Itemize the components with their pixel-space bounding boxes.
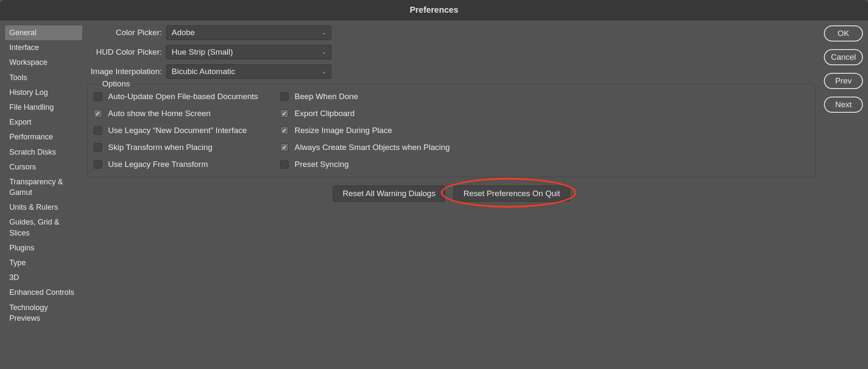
- label-hud-color-picker: HUD Color Picker:: [87, 47, 162, 57]
- checkbox-smart-objects[interactable]: Always Create Smart Objects when Placing: [280, 143, 809, 152]
- checkbox-grid: Auto-Update Open File-based Documents Be…: [94, 92, 809, 169]
- sidebar-item-performance[interactable]: Performance: [5, 130, 82, 144]
- sidebar-item-technology-previews[interactable]: Technology Previews: [5, 300, 82, 326]
- sidebar-item-transparency-gamut[interactable]: Transparency & Gamut: [5, 175, 82, 200]
- cancel-button[interactable]: Cancel: [824, 49, 863, 65]
- checkbox-icon: [94, 126, 102, 135]
- checkbox-icon: [280, 92, 289, 101]
- sidebar-item-guides-grid-slices[interactable]: Guides, Grid & Slices: [5, 215, 82, 240]
- checkbox-preset-syncing[interactable]: Preset Syncing: [280, 160, 809, 169]
- checkbox-icon: [94, 109, 102, 118]
- checkbox-beep[interactable]: Beep When Done: [280, 92, 809, 101]
- content-area: General Interface Workspace Tools Histor…: [0, 20, 868, 369]
- checkbox-label: Auto show the Home Screen: [108, 109, 211, 118]
- checkbox-label: Use Legacy “New Document” Interface: [108, 126, 247, 135]
- bottom-button-row: Reset All Warning Dialogs Reset Preferen…: [87, 186, 815, 202]
- ok-button[interactable]: OK: [824, 25, 863, 42]
- options-fieldset: Options Auto-Update Open File-based Docu…: [87, 84, 815, 177]
- sidebar-item-history-log[interactable]: History Log: [5, 85, 82, 100]
- sidebar-item-type[interactable]: Type: [5, 255, 82, 270]
- sidebar-item-export[interactable]: Export: [5, 115, 82, 130]
- checkbox-legacy-new-doc[interactable]: Use Legacy “New Document” Interface: [94, 126, 280, 135]
- prev-button[interactable]: Prev: [824, 73, 863, 89]
- reset-warnings-button[interactable]: Reset All Warning Dialogs: [333, 186, 445, 202]
- checkbox-label: Skip Transform when Placing: [108, 143, 212, 152]
- checkbox-export-clipboard[interactable]: Export Clipboard: [280, 109, 809, 118]
- checkbox-label: Always Create Smart Objects when Placing: [295, 143, 450, 152]
- sidebar-item-interface[interactable]: Interface: [5, 40, 82, 55]
- sidebar-item-enhanced-controls[interactable]: Enhanced Controls: [5, 285, 82, 300]
- next-button[interactable]: Next: [824, 97, 863, 113]
- checkbox-legacy-transform[interactable]: Use Legacy Free Transform: [94, 160, 280, 169]
- settings-area: Color Picker: Adobe ⌄ HUD Color Picker: …: [87, 25, 815, 364]
- checkbox-icon: [94, 92, 102, 101]
- sidebar-item-units-rulers[interactable]: Units & Rulers: [5, 200, 82, 215]
- reset-prefs-button[interactable]: Reset Preferences On Quit: [453, 186, 570, 202]
- checkbox-label: Auto-Update Open File-based Documents: [108, 92, 258, 101]
- dropdown-hud-color-picker[interactable]: Hue Strip (Small) ⌄: [166, 45, 331, 59]
- chevron-down-icon: ⌄: [322, 30, 326, 36]
- options-legend: Options: [99, 79, 133, 89]
- checkbox-auto-update[interactable]: Auto-Update Open File-based Documents: [94, 92, 280, 101]
- sidebar-item-file-handling[interactable]: File Handling: [5, 100, 82, 115]
- checkbox-label: Preset Syncing: [295, 160, 349, 169]
- dropdown-image-interpolation[interactable]: Bicubic Automatic ⌄: [166, 64, 331, 79]
- chevron-down-icon: ⌄: [322, 69, 326, 75]
- dropdown-hud-color-picker-value: Hue Strip (Small): [172, 47, 233, 57]
- checkbox-icon: [280, 160, 289, 169]
- sidebar-item-workspace[interactable]: Workspace: [5, 55, 82, 70]
- titlebar: Preferences: [0, 0, 868, 20]
- checkbox-icon: [280, 143, 289, 152]
- label-image-interpolation: Image Interpolation:: [87, 67, 162, 76]
- dropdown-image-interpolation-value: Bicubic Automatic: [172, 67, 235, 76]
- chevron-down-icon: ⌄: [322, 49, 326, 55]
- checkbox-label: Export Clipboard: [295, 109, 355, 118]
- checkbox-icon: [94, 160, 102, 169]
- sidebar-item-3d[interactable]: 3D: [5, 270, 82, 285]
- checkbox-icon: [94, 143, 102, 152]
- checkbox-skip-transform[interactable]: Skip Transform when Placing: [94, 143, 280, 152]
- right-button-column: OK Cancel Prev Next: [824, 25, 863, 364]
- sidebar: General Interface Workspace Tools Histor…: [5, 25, 82, 364]
- row-image-interpolation: Image Interpolation: Bicubic Automatic ⌄: [87, 64, 815, 79]
- dropdown-color-picker[interactable]: Adobe ⌄: [166, 25, 331, 40]
- sidebar-item-tools[interactable]: Tools: [5, 70, 82, 85]
- checkbox-label: Resize Image During Place: [295, 126, 392, 135]
- dropdown-color-picker-value: Adobe: [172, 28, 195, 37]
- sidebar-item-scratch-disks[interactable]: Scratch Disks: [5, 145, 82, 160]
- row-hud-color-picker: HUD Color Picker: Hue Strip (Small) ⌄: [87, 45, 815, 59]
- checkbox-icon: [280, 109, 289, 118]
- window-title: Preferences: [410, 5, 459, 15]
- sidebar-item-plugins[interactable]: Plugins: [5, 241, 82, 255]
- sidebar-item-general[interactable]: General: [5, 25, 82, 40]
- row-color-picker: Color Picker: Adobe ⌄: [87, 25, 815, 40]
- main-panel: Color Picker: Adobe ⌄ HUD Color Picker: …: [87, 25, 863, 364]
- label-color-picker: Color Picker:: [87, 28, 162, 37]
- checkbox-label: Beep When Done: [295, 92, 358, 101]
- checkbox-auto-home[interactable]: Auto show the Home Screen: [94, 109, 280, 118]
- checkbox-label: Use Legacy Free Transform: [108, 160, 208, 169]
- checkbox-icon: [280, 126, 289, 135]
- sidebar-item-cursors[interactable]: Cursors: [5, 160, 82, 175]
- checkbox-resize-place[interactable]: Resize Image During Place: [280, 126, 809, 135]
